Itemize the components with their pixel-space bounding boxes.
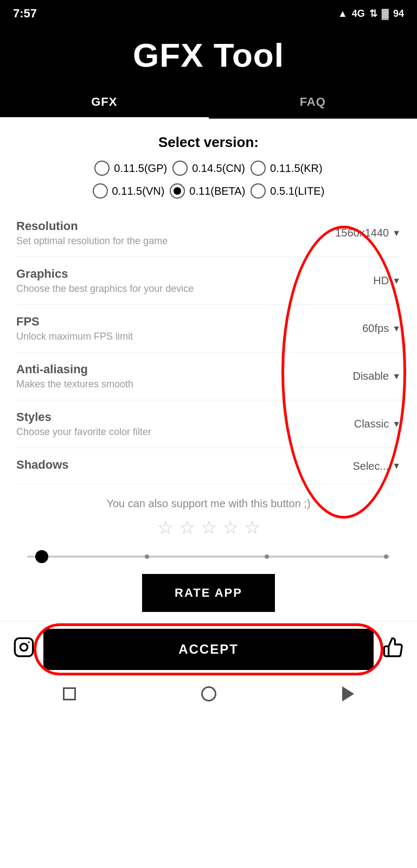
thumbup-icon[interactable] xyxy=(382,636,404,663)
rate-app-button[interactable]: RATE APP xyxy=(142,574,275,612)
antialiasing-title: Anti-aliasing xyxy=(16,362,325,376)
status-bar: 7:57 ▲ 4G ⇅ ▓ 94 xyxy=(0,0,417,26)
nav-home-icon[interactable] xyxy=(201,686,216,701)
radio-gp[interactable] xyxy=(94,161,110,176)
nav-back-icon[interactable] xyxy=(342,686,354,701)
graphics-title: Graphics xyxy=(16,267,325,281)
antialiasing-label: Anti-aliasing Makes the textures smooth xyxy=(16,362,325,390)
slider-tick-3 xyxy=(384,554,388,559)
version-option-lite[interactable]: 0.5.1(LITE) xyxy=(251,183,324,199)
styles-label: Styles Choose your favorite color filter xyxy=(16,410,325,438)
tab-gfx[interactable]: GFX xyxy=(0,85,209,118)
network-label: 4G xyxy=(352,8,365,20)
accept-btn-wrapper: ACCEPT xyxy=(43,629,374,670)
status-time: 7:57 xyxy=(13,7,37,21)
star-5[interactable]: ☆ xyxy=(244,516,260,538)
graphics-arrow-icon: ▼ xyxy=(392,276,401,286)
fps-label: FPS Unlock maximum FPS limit xyxy=(16,315,325,342)
radio-kr[interactable] xyxy=(251,161,266,176)
instagram-icon[interactable] xyxy=(13,636,35,663)
version-label-beta: 0.11(BETA) xyxy=(189,185,245,197)
radio-beta[interactable] xyxy=(170,183,185,199)
version-section-title: Select version: xyxy=(16,134,401,151)
signal-icon: ▲ xyxy=(338,8,348,20)
resolution-title: Resolution xyxy=(16,219,325,233)
version-label-vn: 0.11.5(VN) xyxy=(112,185,165,197)
shadows-arrow-icon: ▼ xyxy=(392,461,401,471)
resolution-value: 1560x1440 xyxy=(335,227,389,239)
star-rating[interactable]: ☆ ☆ ☆ ☆ ☆ xyxy=(16,516,401,538)
resolution-dropdown[interactable]: 1560x1440 ▼ xyxy=(325,227,401,239)
slider-track[interactable] xyxy=(27,556,390,558)
antialiasing-value: Disable xyxy=(352,370,389,382)
fps-desc: Unlock maximum FPS limit xyxy=(16,331,325,342)
version-label-cn: 0.14.5(CN) xyxy=(192,162,245,175)
graphics-desc: Choose the best graphics for your device xyxy=(16,283,325,295)
version-option-kr[interactable]: 0.11.5(KR) xyxy=(251,161,323,176)
version-option-cn[interactable]: 0.14.5(CN) xyxy=(172,161,245,176)
bottom-bar: ACCEPT xyxy=(0,621,417,678)
app-header: GFX Tool xyxy=(0,26,417,85)
setting-row-antialiasing: Anti-aliasing Makes the textures smooth … xyxy=(16,353,401,400)
styles-arrow-icon: ▼ xyxy=(392,419,401,429)
shadows-title: Shadows xyxy=(16,458,325,472)
resolution-label: Resolution Set optimal resolution for th… xyxy=(16,219,325,247)
svg-rect-0 xyxy=(15,638,33,656)
resolution-desc: Set optimal resolution for the game xyxy=(16,235,325,247)
graphics-value: HD xyxy=(373,275,389,287)
fps-value: 60fps xyxy=(362,322,389,335)
graphics-label: Graphics Choose the best graphics for yo… xyxy=(16,267,325,295)
radio-vn[interactable] xyxy=(93,183,108,199)
data-arrows-icon: ⇅ xyxy=(369,8,377,20)
star-1[interactable]: ☆ xyxy=(157,516,174,538)
radio-lite[interactable] xyxy=(251,183,266,199)
slider-thumb[interactable] xyxy=(35,550,48,563)
fps-title: FPS xyxy=(16,315,325,329)
version-label-gp: 0.11.5(GP) xyxy=(114,162,167,175)
nav-square-icon[interactable] xyxy=(63,687,76,700)
version-row-1: 0.11.5(GP) 0.14.5(CN) 0.11.5(KR) xyxy=(16,161,401,176)
status-icons: ▲ 4G ⇅ ▓ 94 xyxy=(338,8,404,20)
setting-row-styles: Styles Choose your favorite color filter… xyxy=(16,400,401,448)
battery-icon: ▓ xyxy=(382,8,389,20)
version-row-2: 0.11.5(VN) 0.11(BETA) 0.5.1(LITE) xyxy=(16,183,401,199)
slider-container xyxy=(16,547,401,563)
support-text: You can also support me with this button… xyxy=(16,497,401,510)
setting-row-graphics: Graphics Choose the best graphics for yo… xyxy=(16,257,401,305)
setting-row-fps: FPS Unlock maximum FPS limit 60fps ▼ xyxy=(16,305,401,353)
graphics-dropdown[interactable]: HD ▼ xyxy=(325,275,401,287)
battery-level: 94 xyxy=(393,8,404,20)
version-option-beta[interactable]: 0.11(BETA) xyxy=(170,183,245,199)
support-section: You can also support me with this button… xyxy=(16,484,401,547)
slider-tick-2 xyxy=(265,554,269,559)
app-title: GFX Tool xyxy=(11,36,406,74)
setting-row-resolution: Resolution Set optimal resolution for th… xyxy=(16,209,401,257)
styles-title: Styles xyxy=(16,410,325,424)
fps-arrow-icon: ▼ xyxy=(392,324,401,334)
version-label-lite: 0.5.1(LITE) xyxy=(270,185,324,197)
star-4[interactable]: ☆ xyxy=(222,516,239,538)
styles-desc: Choose your favorite color filter xyxy=(16,426,325,438)
radio-cn[interactable] xyxy=(172,161,188,176)
antialiasing-desc: Makes the textures smooth xyxy=(16,379,325,390)
accept-button[interactable]: ACCEPT xyxy=(43,629,374,670)
svg-point-2 xyxy=(28,641,30,643)
star-3[interactable]: ☆ xyxy=(201,516,217,538)
shadows-dropdown[interactable]: Selec... ▼ xyxy=(325,460,401,473)
tab-faq[interactable]: FAQ xyxy=(209,85,418,118)
main-content: Select version: 0.11.5(GP) 0.14.5(CN) 0.… xyxy=(0,119,417,621)
android-nav-bar xyxy=(0,678,417,712)
fps-dropdown[interactable]: 60fps ▼ xyxy=(325,322,401,335)
version-label-kr: 0.11.5(KR) xyxy=(270,162,323,175)
version-option-gp[interactable]: 0.11.5(GP) xyxy=(94,161,167,176)
shadows-value: Selec... xyxy=(352,460,389,473)
star-2[interactable]: ☆ xyxy=(179,516,195,538)
antialiasing-dropdown[interactable]: Disable ▼ xyxy=(325,370,401,382)
settings-section: Resolution Set optimal resolution for th… xyxy=(16,209,401,484)
slider-tick-1 xyxy=(145,554,149,559)
rate-btn-container: RATE APP xyxy=(16,563,401,621)
version-option-vn[interactable]: 0.11.5(VN) xyxy=(93,183,165,199)
styles-dropdown[interactable]: Classic ▼ xyxy=(325,418,401,430)
styles-value: Classic xyxy=(354,418,389,430)
setting-row-shadows: Shadows Selec... ▼ xyxy=(16,448,401,484)
